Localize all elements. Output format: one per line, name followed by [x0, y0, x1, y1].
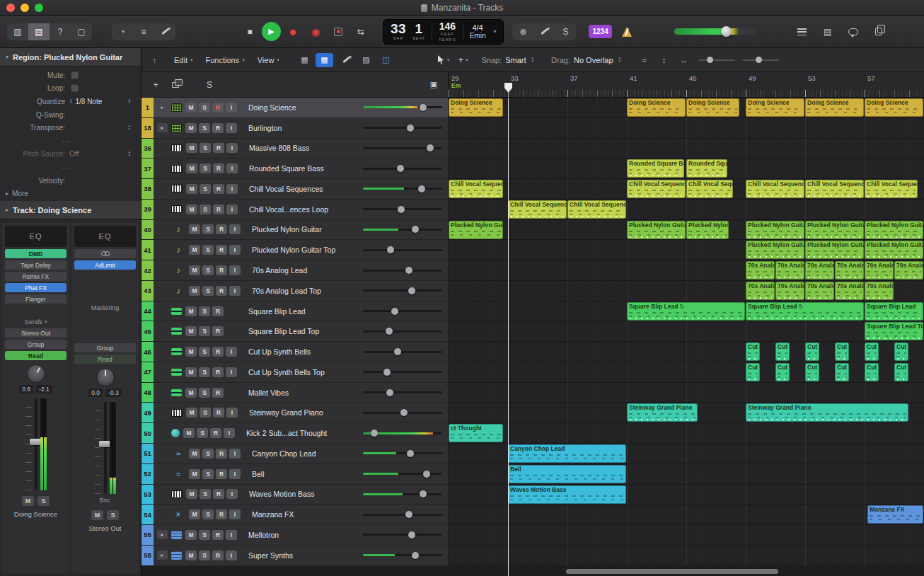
track-lane[interactable]: Cut Up Synth Bells TopCut Up Synth Bells… — [449, 362, 924, 383]
track-volume-slider[interactable] — [363, 347, 442, 357]
track-header[interactable]: 42♪MSRI70s Analog Lead — [142, 260, 449, 281]
solo-button[interactable]: S — [202, 286, 214, 296]
record-enable-button[interactable]: R — [212, 530, 224, 540]
track-header[interactable]: 43♪MSRI70s Analog Lead Top — [142, 281, 449, 301]
strip-solo-button[interactable]: S — [37, 496, 50, 506]
input-monitor-button[interactable]: I — [229, 245, 241, 255]
midi-region[interactable]: Chill Vocal Sequences — [627, 180, 686, 198]
volume-knob[interactable] — [407, 450, 414, 457]
lcd-display[interactable]: 33 BAR 1 BEAT 146 KEEP TEMPO 4/4 Emin ▾ — [383, 19, 504, 45]
midi-region[interactable]: Square Blip Lead ↻ — [746, 302, 864, 321]
pan-knob[interactable] — [27, 364, 45, 383]
track-lane[interactable]: Bell — [449, 464, 924, 485]
chevron-down-icon[interactable]: ▾ — [493, 28, 496, 35]
volume-knob[interactable] — [398, 206, 405, 213]
mute-button[interactable]: M — [185, 388, 197, 398]
input-monitor-button[interactable]: I — [229, 286, 241, 296]
solo-button[interactable]: S — [200, 205, 211, 214]
midi-region[interactable]: Canyon Chop Lead — [508, 444, 626, 463]
track-header[interactable]: 45MSRSquare Blip Lead Top — [142, 321, 449, 342]
track-header[interactable]: 46MSRICut Up Synth Bells — [142, 342, 449, 362]
track-header[interactable]: 50MSRIKick 2 Sub...act Thought — [142, 423, 449, 444]
midi-region[interactable]: Cut Up Synth Bells Top — [775, 363, 790, 381]
mute-button[interactable]: M — [185, 530, 197, 540]
dmd-slot[interactable]: DMD — [5, 249, 67, 258]
input-monitor-button[interactable]: I — [226, 367, 237, 377]
volume-knob[interactable] — [387, 246, 394, 253]
volume-knob[interactable] — [391, 308, 398, 315]
stepper-control[interactable]: ▲▼ — [128, 125, 131, 131]
track-lane[interactable]: Doing ScienceDoing ScienceDoing ScienceD… — [449, 98, 924, 118]
midi-region[interactable]: Chill Vocal Sequences — [865, 180, 918, 198]
input-monitor-button[interactable]: I — [226, 143, 238, 153]
midi-region[interactable]: 70s Analog Lead Top — [775, 282, 804, 300]
volume-knob[interactable] — [408, 531, 415, 538]
record-enable-button[interactable]: R — [212, 306, 224, 316]
track-volume-slider[interactable] — [363, 449, 442, 459]
automation-button[interactable] — [337, 53, 355, 67]
eq-thumbnail[interactable]: EQ — [5, 226, 67, 247]
mute-button[interactable]: M — [183, 428, 195, 438]
volume-knob[interactable] — [412, 552, 419, 559]
midi-region[interactable]: Doing Science — [686, 98, 739, 117]
midi-region[interactable]: Plucked Nylon Guitar — [449, 221, 503, 239]
midi-region[interactable]: Chill Vocal Sequences — [805, 180, 864, 198]
volume-knob[interactable] — [386, 389, 393, 396]
mute-button[interactable]: M — [185, 367, 197, 377]
midi-region[interactable]: Chill Vocal Sequences — [449, 180, 503, 198]
midi-region[interactable]: 70s Analog Lead — [894, 261, 923, 280]
track-volume-slider[interactable] — [363, 103, 442, 113]
midi-region[interactable]: Cut Up Synth Bells Top — [805, 363, 819, 381]
solo-button[interactable]: S — [200, 489, 211, 499]
midi-region[interactable]: Cut Up Synth Bells Top — [835, 363, 849, 381]
input-monitor-button[interactable]: I — [226, 103, 237, 113]
track-lane[interactable]: Square Blip Lead ↻Square Blip Lead ↻Squa… — [449, 301, 924, 322]
horizontal-zoom-slider[interactable] — [742, 56, 779, 64]
track-header[interactable]: 44MSRSquare Blip Lead — [142, 301, 449, 322]
track-volume-slider[interactable] — [363, 286, 442, 296]
solo-button[interactable]: S — [202, 469, 214, 479]
midi-region[interactable]: Cut Up Synth Bells — [805, 342, 819, 361]
track-lane[interactable]: Waves Motion Bass — [449, 485, 924, 505]
snap-menu[interactable]: Snap: Smart ▲▼ — [482, 56, 536, 64]
read-slot[interactable]: Read — [74, 355, 136, 364]
volume-knob[interactable] — [408, 287, 415, 294]
track-volume-slider[interactable] — [363, 265, 442, 275]
close-window-button[interactable] — [6, 4, 15, 12]
solo-button[interactable]: S — [202, 449, 214, 459]
mute-button[interactable]: M — [189, 449, 200, 459]
mute-button[interactable]: M — [185, 551, 197, 560]
midi-region[interactable]: Chill Vocal Sequences — [567, 200, 626, 219]
midi-region[interactable]: Rounded Square Bass — [627, 159, 684, 178]
midi-region[interactable]: Cut Up Synth Bells — [835, 342, 849, 361]
volume-knob[interactable] — [371, 430, 378, 437]
input-monitor-button[interactable]: I — [226, 184, 238, 194]
toolbar-toggle-button[interactable]: ▢ — [71, 23, 92, 40]
bar-ruler[interactable]: Em 2933374145495357 — [449, 72, 924, 98]
midi-region[interactable]: Plucked Nylon Guitar — [805, 221, 864, 239]
mute-button[interactable]: M — [185, 306, 197, 316]
volume-knob[interactable] — [412, 226, 419, 233]
volume-knob[interactable] — [407, 125, 414, 132]
parameter-checkbox[interactable] — [71, 84, 79, 92]
track-volume-slider[interactable] — [363, 367, 442, 377]
midi-region[interactable]: 70s Analog Lead — [775, 261, 804, 280]
stop-button[interactable]: ■ — [239, 22, 260, 42]
record-enable-button[interactable]: R — [216, 224, 227, 234]
solo-button[interactable]: S — [199, 103, 210, 113]
solo-button[interactable]: S — [197, 428, 208, 438]
midi-region[interactable]: 70s Analog Lead Top — [805, 282, 834, 300]
minimize-window-button[interactable] — [21, 4, 29, 12]
midi-region[interactable]: Chill Vocal Sequences — [746, 180, 804, 198]
strip-solo-button[interactable]: S — [107, 510, 119, 520]
midi-region[interactable]: Cut Up Synth Bells Top — [894, 363, 908, 381]
input-monitor-button[interactable]: I — [229, 449, 241, 459]
capture-recording-button[interactable]: ◉ — [305, 22, 326, 42]
mute-button[interactable]: M — [189, 224, 200, 234]
mute-button[interactable]: M — [186, 143, 197, 153]
marquee-button[interactable]: ◫ — [377, 53, 395, 67]
play-button[interactable]: ▶ — [262, 22, 281, 41]
track-volume-slider[interactable] — [363, 428, 442, 438]
track-volume-slider[interactable] — [363, 408, 442, 417]
mute-button[interactable]: M — [185, 123, 197, 133]
